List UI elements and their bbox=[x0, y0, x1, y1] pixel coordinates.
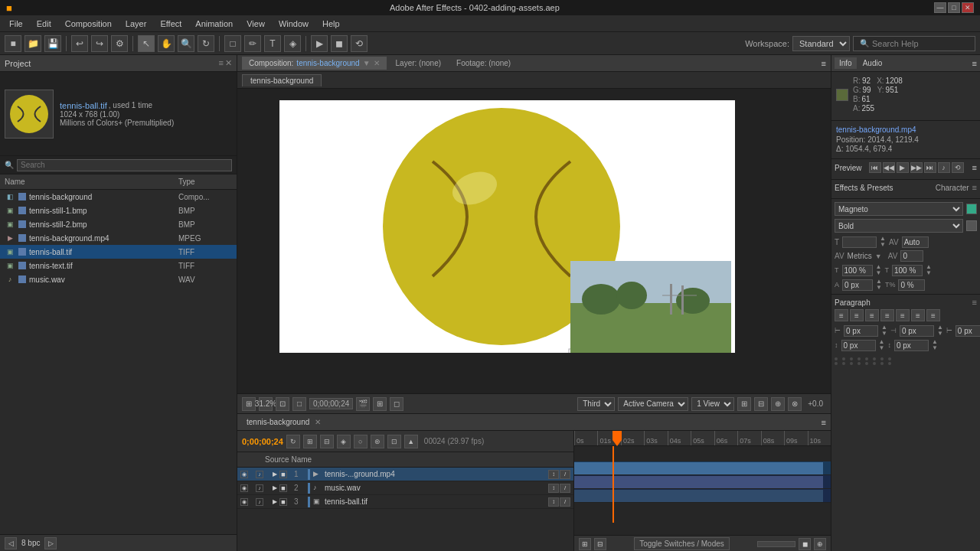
project-search-input[interactable] bbox=[17, 159, 232, 171]
tool-new[interactable]: ■ bbox=[5, 35, 21, 52]
scale-h-arrows[interactable]: ▲ ▼ bbox=[876, 264, 882, 276]
tl-panel-menu[interactable]: ≡ bbox=[822, 418, 826, 427]
font-name-select[interactable]: Magneto bbox=[835, 202, 963, 216]
viewer-fit-btn[interactable]: ⊡ bbox=[276, 397, 289, 411]
tl-btn-1[interactable]: ↻ bbox=[286, 435, 300, 448]
layer-solo[interactable]: ◼ bbox=[279, 484, 287, 492]
space-after-input[interactable] bbox=[894, 340, 929, 351]
tl-extra-1[interactable] bbox=[757, 541, 795, 547]
align-right-btn[interactable]: ≡ bbox=[865, 309, 879, 321]
tab-info[interactable]: Info bbox=[835, 57, 857, 69]
tool-zoom[interactable]: 🔍 bbox=[178, 35, 194, 52]
comp-tab-dropdown[interactable]: ▼ bbox=[363, 59, 371, 67]
viewer-extra-1[interactable]: ⊞ bbox=[737, 397, 751, 411]
layer-ctrl-2[interactable]: / bbox=[560, 484, 570, 493]
tab-audio[interactable]: Audio bbox=[858, 57, 887, 69]
preview-expand-btn[interactable]: ≡ bbox=[972, 163, 977, 172]
layer-ctrl-1[interactable]: ↕ bbox=[548, 497, 559, 507]
tool-open[interactable]: 📁 bbox=[24, 35, 41, 52]
space-after-arrows[interactable]: ▲ ▼ bbox=[932, 339, 938, 351]
viewer-settings-btn[interactable]: ⊞ bbox=[242, 397, 256, 411]
menu-animation[interactable]: Animation bbox=[189, 18, 239, 30]
playhead[interactable] bbox=[612, 446, 614, 523]
view-third-select[interactable]: Third bbox=[577, 397, 615, 411]
tool-stop[interactable]: ◼ bbox=[331, 35, 348, 52]
preview-prev-btn[interactable]: ◀◀ bbox=[883, 162, 895, 173]
space-before-input[interactable] bbox=[841, 340, 876, 351]
layer-solo[interactable]: ◼ bbox=[279, 471, 287, 478]
fps-next-btn[interactable]: ▷ bbox=[44, 537, 57, 549]
viewer-zoom-btn[interactable]: 31.2% bbox=[259, 397, 273, 411]
preview-rewind-btn[interactable]: ⏮ bbox=[869, 162, 881, 173]
expand-icon[interactable]: ▶ bbox=[271, 484, 279, 492]
workspace-select[interactable]: Standard bbox=[792, 36, 850, 51]
tool-save[interactable]: 💾 bbox=[44, 35, 61, 52]
tl-extra-3[interactable]: ⊕ bbox=[814, 538, 826, 550]
layer-row[interactable]: ◉ ♪ ▶ ◼ 3 ▣ tennis-b bbox=[237, 495, 573, 509]
tl-btn-5[interactable]: ○ bbox=[354, 435, 368, 448]
search-help-box[interactable]: 🔍 Search Help bbox=[853, 36, 975, 51]
tl-btn-7[interactable]: ⊡ bbox=[387, 435, 401, 448]
layer-ctrl-2[interactable]: / bbox=[560, 470, 570, 479]
tool-render[interactable]: ⚙ bbox=[111, 35, 128, 52]
audio-icon[interactable]: ♪ bbox=[256, 498, 263, 506]
panel-menu[interactable]: ≡ bbox=[822, 59, 826, 68]
scale-v-input[interactable] bbox=[892, 265, 923, 276]
tsukuri-input[interactable] bbox=[898, 279, 925, 291]
tl-btn-8[interactable]: ▲ bbox=[404, 435, 418, 448]
font-size-input[interactable]: 36 px bbox=[842, 236, 877, 248]
viewer-aspect-btn[interactable]: □ bbox=[292, 397, 306, 411]
justify-left-btn[interactable]: ≡ bbox=[880, 309, 894, 321]
tl-tab-close[interactable]: ✕ bbox=[315, 418, 321, 426]
tool-select[interactable]: ↖ bbox=[138, 35, 155, 52]
expand-icon[interactable]: ▶ bbox=[271, 471, 279, 478]
tool-rect[interactable]: □ bbox=[224, 35, 241, 52]
preview-audio-btn[interactable]: ♪ bbox=[938, 162, 950, 173]
layer-ctrl-1[interactable]: ↕ bbox=[548, 484, 559, 493]
menu-view[interactable]: View bbox=[240, 18, 271, 30]
preview-next-btn[interactable]: ▶▶ bbox=[910, 162, 923, 173]
eye-icon[interactable]: ◉ bbox=[240, 498, 248, 506]
tool-rotate[interactable]: ↻ bbox=[198, 35, 214, 52]
camera-select[interactable]: Active Camera bbox=[618, 397, 688, 411]
space-before-arrows[interactable]: ▲ ▼ bbox=[879, 339, 885, 351]
viewer-extra-4[interactable]: ⊗ bbox=[788, 397, 802, 411]
menu-window[interactable]: Window bbox=[273, 18, 315, 30]
eye-icon[interactable]: ◉ bbox=[240, 484, 248, 492]
layer-row[interactable]: ◉ ♪ ▶ ◼ 2 ♪ music.wa bbox=[237, 481, 573, 495]
layer-row[interactable]: ◉ ♪ ▶ ◼ 1 ▶ tennis-. bbox=[237, 468, 573, 481]
layer-ctrl-2[interactable]: / bbox=[560, 497, 570, 507]
comp-tab[interactable]: Composition: tennis-background ▼ ✕ bbox=[242, 57, 387, 70]
project-close-icon[interactable]: ✕ bbox=[225, 58, 232, 68]
tracking-input[interactable] bbox=[902, 236, 929, 248]
layer-solo[interactable]: ◼ bbox=[279, 498, 287, 506]
layer-ctrl-1[interactable]: ↕ bbox=[548, 470, 559, 479]
list-item[interactable]: ▣ tennis-text.tif TIFF bbox=[0, 259, 237, 272]
audio-icon[interactable]: ♪ bbox=[256, 484, 263, 492]
tl-btn-4[interactable]: ◈ bbox=[337, 435, 351, 448]
comp-tab-close[interactable]: ✕ bbox=[374, 59, 380, 67]
effects-menu-btn[interactable]: ≡ bbox=[972, 183, 977, 192]
justify-right-btn[interactable]: ≡ bbox=[911, 309, 925, 321]
tl-btn-3[interactable]: ⊟ bbox=[320, 435, 334, 448]
tool-clone[interactable]: ◈ bbox=[284, 35, 301, 52]
viewer-camera-btn[interactable]: 🎬 bbox=[356, 397, 370, 411]
justify-all-btn[interactable]: ≡ bbox=[926, 309, 940, 321]
metrics-arrow[interactable]: ▼ bbox=[875, 253, 882, 260]
toggle-switches[interactable]: Toggle Switches / Modes bbox=[634, 537, 730, 550]
viewer-extra-3[interactable]: ⊕ bbox=[771, 397, 785, 411]
indent-right-arrows[interactable]: ▲ ▼ bbox=[937, 324, 943, 337]
scale-v-arrows[interactable]: ▲ ▼ bbox=[926, 264, 932, 276]
tl-bottom-btn-1[interactable]: ⊞ bbox=[579, 538, 591, 550]
tool-pen[interactable]: ✏ bbox=[244, 35, 261, 52]
comp-sub-tab[interactable]: tennis-background bbox=[242, 74, 322, 86]
list-item[interactable]: ◧ tennis-background Compo... bbox=[0, 190, 237, 204]
fps-prev-btn[interactable]: ◁ bbox=[5, 537, 17, 549]
menu-help[interactable]: Help bbox=[316, 18, 346, 30]
menu-edit[interactable]: Edit bbox=[31, 18, 57, 30]
baseline-arrows[interactable]: ▲ ▼ bbox=[876, 279, 882, 291]
menu-layer[interactable]: Layer bbox=[119, 18, 153, 30]
first-line-input[interactable] bbox=[956, 325, 980, 337]
tool-text[interactable]: T bbox=[264, 35, 281, 52]
viewer-grid-btn[interactable]: ⊞ bbox=[373, 397, 387, 411]
